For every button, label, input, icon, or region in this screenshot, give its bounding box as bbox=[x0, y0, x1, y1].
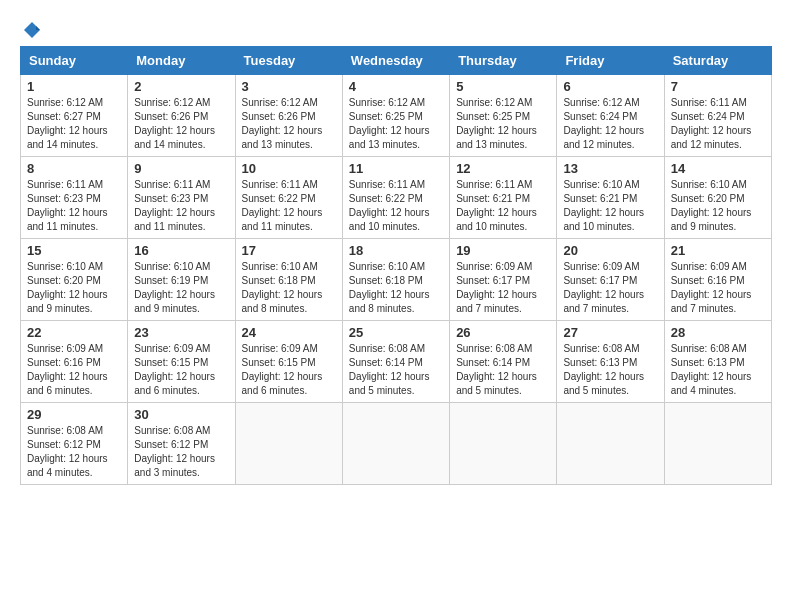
calendar-cell: 13Sunrise: 6:10 AMSunset: 6:21 PMDayligh… bbox=[557, 157, 664, 239]
column-header-wednesday: Wednesday bbox=[342, 47, 449, 75]
day-number: 15 bbox=[27, 243, 121, 258]
calendar-cell: 28Sunrise: 6:08 AMSunset: 6:13 PMDayligh… bbox=[664, 321, 771, 403]
calendar-cell: 25Sunrise: 6:08 AMSunset: 6:14 PMDayligh… bbox=[342, 321, 449, 403]
day-number: 8 bbox=[27, 161, 121, 176]
day-info: Sunrise: 6:10 AMSunset: 6:21 PMDaylight:… bbox=[563, 178, 657, 234]
calendar-cell bbox=[342, 403, 449, 485]
day-number: 22 bbox=[27, 325, 121, 340]
day-number: 2 bbox=[134, 79, 228, 94]
day-info: Sunrise: 6:10 AMSunset: 6:18 PMDaylight:… bbox=[242, 260, 336, 316]
calendar-cell: 5Sunrise: 6:12 AMSunset: 6:25 PMDaylight… bbox=[450, 75, 557, 157]
day-number: 19 bbox=[456, 243, 550, 258]
calendar-cell: 27Sunrise: 6:08 AMSunset: 6:13 PMDayligh… bbox=[557, 321, 664, 403]
calendar-cell: 7Sunrise: 6:11 AMSunset: 6:24 PMDaylight… bbox=[664, 75, 771, 157]
day-info: Sunrise: 6:11 AMSunset: 6:21 PMDaylight:… bbox=[456, 178, 550, 234]
day-number: 5 bbox=[456, 79, 550, 94]
day-info: Sunrise: 6:12 AMSunset: 6:24 PMDaylight:… bbox=[563, 96, 657, 152]
day-number: 14 bbox=[671, 161, 765, 176]
day-number: 28 bbox=[671, 325, 765, 340]
day-info: Sunrise: 6:10 AMSunset: 6:20 PMDaylight:… bbox=[671, 178, 765, 234]
day-info: Sunrise: 6:08 AMSunset: 6:12 PMDaylight:… bbox=[134, 424, 228, 480]
calendar-cell: 17Sunrise: 6:10 AMSunset: 6:18 PMDayligh… bbox=[235, 239, 342, 321]
calendar-table: SundayMondayTuesdayWednesdayThursdayFrid… bbox=[20, 46, 772, 485]
calendar-cell: 24Sunrise: 6:09 AMSunset: 6:15 PMDayligh… bbox=[235, 321, 342, 403]
calendar-cell: 29Sunrise: 6:08 AMSunset: 6:12 PMDayligh… bbox=[21, 403, 128, 485]
calendar-cell: 16Sunrise: 6:10 AMSunset: 6:19 PMDayligh… bbox=[128, 239, 235, 321]
calendar-cell: 3Sunrise: 6:12 AMSunset: 6:26 PMDaylight… bbox=[235, 75, 342, 157]
day-info: Sunrise: 6:11 AMSunset: 6:24 PMDaylight:… bbox=[671, 96, 765, 152]
day-info: Sunrise: 6:12 AMSunset: 6:27 PMDaylight:… bbox=[27, 96, 121, 152]
day-info: Sunrise: 6:08 AMSunset: 6:14 PMDaylight:… bbox=[456, 342, 550, 398]
calendar-cell: 8Sunrise: 6:11 AMSunset: 6:23 PMDaylight… bbox=[21, 157, 128, 239]
day-info: Sunrise: 6:11 AMSunset: 6:22 PMDaylight:… bbox=[349, 178, 443, 234]
day-info: Sunrise: 6:10 AMSunset: 6:18 PMDaylight:… bbox=[349, 260, 443, 316]
day-number: 20 bbox=[563, 243, 657, 258]
day-info: Sunrise: 6:09 AMSunset: 6:17 PMDaylight:… bbox=[563, 260, 657, 316]
day-info: Sunrise: 6:10 AMSunset: 6:20 PMDaylight:… bbox=[27, 260, 121, 316]
calendar-header-row: SundayMondayTuesdayWednesdayThursdayFrid… bbox=[21, 47, 772, 75]
column-header-friday: Friday bbox=[557, 47, 664, 75]
calendar-cell: 18Sunrise: 6:10 AMSunset: 6:18 PMDayligh… bbox=[342, 239, 449, 321]
day-number: 29 bbox=[27, 407, 121, 422]
day-info: Sunrise: 6:12 AMSunset: 6:25 PMDaylight:… bbox=[349, 96, 443, 152]
day-info: Sunrise: 6:08 AMSunset: 6:13 PMDaylight:… bbox=[563, 342, 657, 398]
day-info: Sunrise: 6:09 AMSunset: 6:16 PMDaylight:… bbox=[27, 342, 121, 398]
calendar-week-row: 1Sunrise: 6:12 AMSunset: 6:27 PMDaylight… bbox=[21, 75, 772, 157]
calendar-week-row: 22Sunrise: 6:09 AMSunset: 6:16 PMDayligh… bbox=[21, 321, 772, 403]
column-header-saturday: Saturday bbox=[664, 47, 771, 75]
day-number: 9 bbox=[134, 161, 228, 176]
column-header-tuesday: Tuesday bbox=[235, 47, 342, 75]
calendar-cell: 9Sunrise: 6:11 AMSunset: 6:23 PMDaylight… bbox=[128, 157, 235, 239]
calendar-cell: 15Sunrise: 6:10 AMSunset: 6:20 PMDayligh… bbox=[21, 239, 128, 321]
day-number: 27 bbox=[563, 325, 657, 340]
day-info: Sunrise: 6:09 AMSunset: 6:16 PMDaylight:… bbox=[671, 260, 765, 316]
day-info: Sunrise: 6:08 AMSunset: 6:13 PMDaylight:… bbox=[671, 342, 765, 398]
day-number: 7 bbox=[671, 79, 765, 94]
day-info: Sunrise: 6:09 AMSunset: 6:15 PMDaylight:… bbox=[242, 342, 336, 398]
day-info: Sunrise: 6:10 AMSunset: 6:19 PMDaylight:… bbox=[134, 260, 228, 316]
day-number: 24 bbox=[242, 325, 336, 340]
calendar-cell: 30Sunrise: 6:08 AMSunset: 6:12 PMDayligh… bbox=[128, 403, 235, 485]
calendar-cell: 11Sunrise: 6:11 AMSunset: 6:22 PMDayligh… bbox=[342, 157, 449, 239]
day-info: Sunrise: 6:12 AMSunset: 6:25 PMDaylight:… bbox=[456, 96, 550, 152]
day-info: Sunrise: 6:11 AMSunset: 6:23 PMDaylight:… bbox=[134, 178, 228, 234]
calendar-cell bbox=[235, 403, 342, 485]
column-header-sunday: Sunday bbox=[21, 47, 128, 75]
day-number: 26 bbox=[456, 325, 550, 340]
day-number: 3 bbox=[242, 79, 336, 94]
day-info: Sunrise: 6:09 AMSunset: 6:15 PMDaylight:… bbox=[134, 342, 228, 398]
day-number: 12 bbox=[456, 161, 550, 176]
calendar-cell: 4Sunrise: 6:12 AMSunset: 6:25 PMDaylight… bbox=[342, 75, 449, 157]
day-info: Sunrise: 6:11 AMSunset: 6:23 PMDaylight:… bbox=[27, 178, 121, 234]
day-number: 23 bbox=[134, 325, 228, 340]
day-number: 30 bbox=[134, 407, 228, 422]
day-info: Sunrise: 6:09 AMSunset: 6:17 PMDaylight:… bbox=[456, 260, 550, 316]
day-info: Sunrise: 6:11 AMSunset: 6:22 PMDaylight:… bbox=[242, 178, 336, 234]
day-number: 18 bbox=[349, 243, 443, 258]
day-number: 16 bbox=[134, 243, 228, 258]
day-info: Sunrise: 6:12 AMSunset: 6:26 PMDaylight:… bbox=[134, 96, 228, 152]
day-number: 11 bbox=[349, 161, 443, 176]
calendar-cell: 21Sunrise: 6:09 AMSunset: 6:16 PMDayligh… bbox=[664, 239, 771, 321]
calendar-cell bbox=[664, 403, 771, 485]
day-info: Sunrise: 6:08 AMSunset: 6:14 PMDaylight:… bbox=[349, 342, 443, 398]
column-header-thursday: Thursday bbox=[450, 47, 557, 75]
column-header-monday: Monday bbox=[128, 47, 235, 75]
calendar-cell: 10Sunrise: 6:11 AMSunset: 6:22 PMDayligh… bbox=[235, 157, 342, 239]
calendar-cell: 23Sunrise: 6:09 AMSunset: 6:15 PMDayligh… bbox=[128, 321, 235, 403]
calendar-cell: 22Sunrise: 6:09 AMSunset: 6:16 PMDayligh… bbox=[21, 321, 128, 403]
calendar-cell bbox=[557, 403, 664, 485]
calendar-cell: 14Sunrise: 6:10 AMSunset: 6:20 PMDayligh… bbox=[664, 157, 771, 239]
day-number: 1 bbox=[27, 79, 121, 94]
day-info: Sunrise: 6:08 AMSunset: 6:12 PMDaylight:… bbox=[27, 424, 121, 480]
calendar-week-row: 8Sunrise: 6:11 AMSunset: 6:23 PMDaylight… bbox=[21, 157, 772, 239]
day-number: 4 bbox=[349, 79, 443, 94]
logo-icon bbox=[22, 20, 42, 40]
page-header bbox=[20, 20, 772, 36]
day-number: 17 bbox=[242, 243, 336, 258]
day-number: 13 bbox=[563, 161, 657, 176]
day-number: 25 bbox=[349, 325, 443, 340]
day-number: 21 bbox=[671, 243, 765, 258]
logo bbox=[20, 20, 42, 36]
day-info: Sunrise: 6:12 AMSunset: 6:26 PMDaylight:… bbox=[242, 96, 336, 152]
